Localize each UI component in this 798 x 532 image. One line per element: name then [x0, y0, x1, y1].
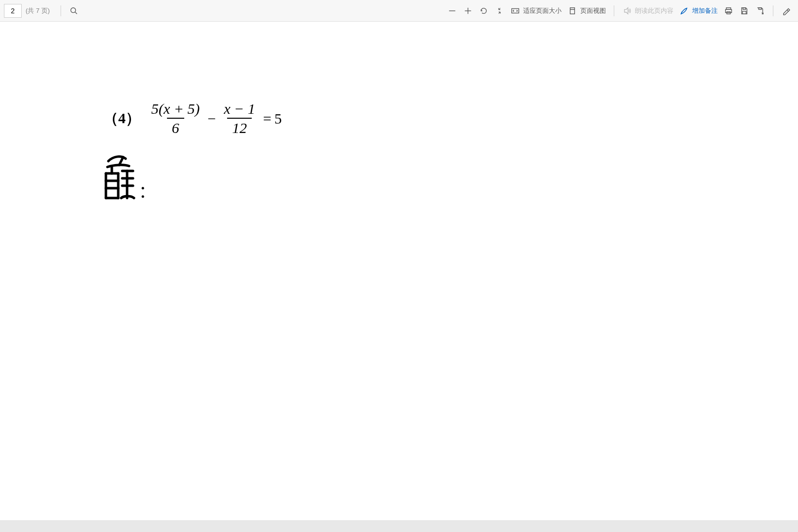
fraction-1: 5(x + 5) 6 [149, 100, 202, 136]
document-page: （4） 5(x + 5) 6 − x − 1 12 = 5 [0, 22, 798, 520]
separator [614, 5, 614, 16]
fraction-2-denominator: 12 [227, 118, 252, 137]
rotate-icon [479, 6, 489, 16]
status-bar [0, 520, 798, 532]
collapse-button[interactable] [492, 4, 507, 18]
separator [61, 5, 61, 16]
add-notes-button[interactable]: 增加备注 [676, 4, 721, 18]
fraction-2-numerator: x − 1 [222, 100, 257, 118]
page-view-button[interactable]: 页面视图 [565, 4, 609, 18]
collapse-icon [495, 6, 504, 16]
page-view-label: 页面视图 [580, 6, 606, 15]
save-as-button[interactable] [752, 4, 768, 18]
minus-operator: − [208, 110, 216, 127]
print-button[interactable] [721, 4, 736, 18]
svg-point-14 [142, 187, 144, 190]
minus-icon [447, 6, 457, 16]
page-count-label: (共 7 页) [26, 6, 50, 15]
svg-rect-6 [570, 7, 575, 14]
equals-operator: = [263, 110, 271, 127]
svg-rect-13 [759, 7, 761, 9]
search-icon [69, 6, 79, 16]
pdf-toolbar: (共 7 页) 适应页面大小 页面视图 [0, 0, 798, 22]
search-button[interactable] [66, 4, 82, 18]
fraction-1-numerator: 5(x + 5) [149, 100, 202, 118]
save-as-icon [755, 6, 765, 16]
zoom-out-button[interactable] [444, 4, 460, 18]
handwriting-glyph [99, 151, 153, 205]
svg-rect-9 [726, 9, 732, 12]
fit-page-label: 适应页面大小 [523, 6, 562, 15]
svg-line-1 [75, 12, 77, 14]
highlighter-button[interactable] [778, 4, 794, 18]
save-button[interactable] [736, 4, 752, 18]
svg-rect-11 [743, 7, 745, 9]
zoom-in-button[interactable] [460, 4, 476, 18]
read-aloud-label: 朗读此页内容 [635, 6, 673, 15]
document-viewport[interactable]: （4） 5(x + 5) 6 − x − 1 12 = 5 [0, 22, 798, 520]
read-aloud-button[interactable]: 朗读此页内容 [619, 4, 676, 18]
rotate-button[interactable] [476, 4, 492, 18]
svg-point-15 [142, 196, 144, 198]
plus-icon [463, 6, 473, 16]
fraction-2: x − 1 12 [222, 100, 257, 136]
add-notes-label: 增加备注 [692, 6, 718, 15]
highlighter-icon [781, 6, 791, 16]
svg-rect-12 [742, 11, 746, 13]
handwritten-solution-label [99, 151, 699, 207]
fit-page-icon [510, 6, 520, 16]
problem-number: （4） [103, 108, 140, 129]
fraction-1-denominator: 6 [167, 118, 184, 137]
save-icon [739, 6, 749, 16]
svg-point-0 [71, 7, 76, 12]
print-icon [724, 6, 733, 16]
page-number-input[interactable] [4, 4, 22, 18]
fit-page-button[interactable]: 适应页面大小 [507, 4, 565, 18]
page-view-icon [567, 6, 577, 16]
read-aloud-icon [622, 6, 632, 16]
separator [773, 5, 773, 16]
equation: （4） 5(x + 5) 6 − x − 1 12 = 5 [103, 100, 699, 136]
pen-icon [679, 6, 689, 16]
equation-rhs: 5 [274, 110, 282, 127]
